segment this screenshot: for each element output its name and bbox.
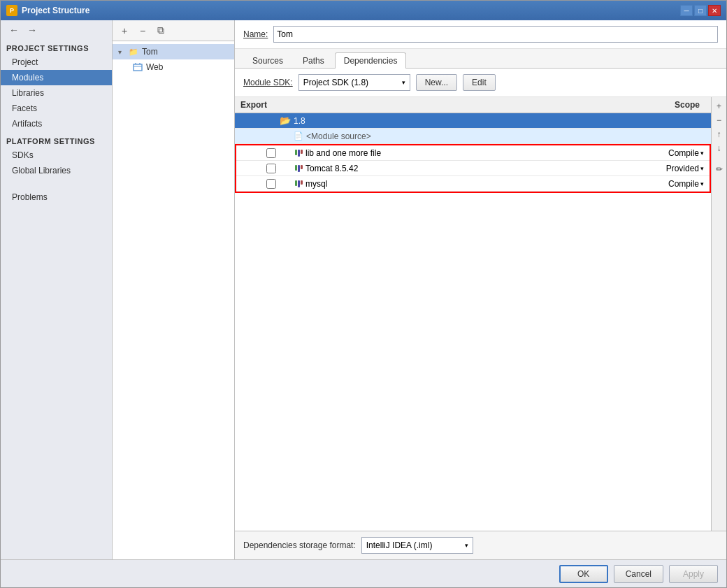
- window-controls: ─ □ ✕: [680, 5, 721, 16]
- chevron-down-icon: ▾: [118, 48, 127, 56]
- module-name-input[interactable]: [273, 26, 718, 43]
- sidebar-item-project[interactable]: Project: [1, 55, 112, 70]
- scope-dropdown-arrow[interactable]: ▾: [700, 150, 704, 157]
- mysql-row-label: mysql: [305, 179, 327, 189]
- scope-value: Compile: [668, 148, 699, 158]
- sdk-select-value: Project SDK (1.8): [303, 78, 399, 87]
- name-cell: 📄 <Module source>: [291, 130, 641, 143]
- folder-icon: 📂: [280, 115, 291, 126]
- tabs-row: Sources Paths Dependencies: [235, 49, 726, 69]
- back-button[interactable]: ←: [6, 23, 22, 37]
- folder-icon: 📁: [128, 46, 139, 57]
- restore-button[interactable]: □: [694, 5, 707, 16]
- title-bar: P Project Structure ─ □ ✕: [1, 1, 726, 20]
- scope-dropdown-arrow[interactable]: ▾: [700, 180, 704, 187]
- tab-dependencies[interactable]: Dependencies: [335, 52, 407, 69]
- cancel-button[interactable]: Cancel: [614, 565, 663, 583]
- storage-format-row: Dependencies storage format: IntelliJ ID…: [235, 531, 726, 559]
- module-tree-panel: + − ⧉ ▾ 📁 Tom: [113, 20, 235, 559]
- ok-button[interactable]: OK: [559, 565, 608, 583]
- chevron-down-icon: ▾: [402, 79, 405, 86]
- chevron-down-icon: ▾: [465, 542, 468, 549]
- nav-arrows-container: ← →: [1, 20, 112, 40]
- remove-module-button[interactable]: −: [135, 23, 150, 38]
- mysql-export-checkbox[interactable]: [266, 179, 276, 189]
- new-sdk-button[interactable]: New...: [416, 74, 457, 91]
- sidebar: ← → Project Settings Project Modules Lib…: [1, 20, 113, 559]
- sidebar-item-global-libraries[interactable]: Global Libraries: [1, 163, 112, 178]
- name-cell: 📂 1.8: [277, 114, 641, 127]
- name-cell: mysql: [292, 178, 640, 190]
- empty-table-space: [235, 193, 711, 473]
- library-icon: [295, 150, 303, 157]
- name-cell: Tomcat 8.5.42: [292, 162, 640, 175]
- sidebar-item-artifacts[interactable]: Artifacts: [1, 116, 112, 131]
- tree-item-web[interactable]: Web: [113, 59, 234, 75]
- export-cell: [250, 162, 292, 175]
- sidebar-item-problems[interactable]: Problems: [1, 189, 112, 205]
- sidebar-item-facets[interactable]: Facets: [1, 101, 112, 116]
- name-row: Name:: [235, 20, 726, 49]
- module-source-icon: 📄: [294, 131, 303, 141]
- content-area: ← → Project Settings Project Modules Lib…: [1, 20, 726, 559]
- sidebar-item-sdks[interactable]: SDKs: [1, 148, 112, 163]
- highlighted-dependencies: lib and one more file Compile ▾: [235, 144, 711, 193]
- tree-item-tom[interactable]: ▾ 📁 Tom: [113, 44, 234, 59]
- remove-dependency-button[interactable]: −: [713, 114, 726, 127]
- tab-paths[interactable]: Paths: [294, 52, 333, 69]
- table-row[interactable]: mysql Compile ▾: [236, 176, 710, 192]
- tree-toolbar: + − ⧉: [113, 20, 234, 41]
- table-row[interactable]: 📄 <Module source>: [235, 129, 711, 144]
- export-cell: [249, 135, 291, 138]
- export-cell: [250, 178, 292, 190]
- name-cell: lib and one more file: [292, 147, 640, 159]
- forward-button[interactable]: →: [24, 23, 40, 37]
- app-icon: P: [6, 5, 17, 16]
- footer: OK Cancel Apply: [1, 559, 726, 587]
- sidebar-item-libraries[interactable]: Libraries: [1, 85, 112, 101]
- side-toolbar: + − ↑ ↓ ✏: [711, 97, 726, 531]
- table-header: Export Scope: [235, 97, 711, 113]
- move-up-button[interactable]: ↑: [713, 128, 726, 141]
- tomcat-export-checkbox[interactable]: [266, 164, 276, 173]
- copy-module-button[interactable]: ⧉: [153, 23, 168, 38]
- export-cell: [250, 147, 292, 159]
- edit-sdk-button[interactable]: Edit: [463, 74, 496, 91]
- name-label: Name:: [243, 29, 268, 39]
- sidebar-item-modules[interactable]: Modules: [1, 70, 112, 85]
- storage-format-label: Dependencies storage format:: [243, 540, 356, 550]
- scope-cell: Compile ▾: [640, 148, 710, 158]
- minimize-button[interactable]: ─: [680, 5, 693, 16]
- scope-dropdown-arrow[interactable]: ▾: [700, 165, 704, 172]
- move-down-button[interactable]: ↓: [713, 142, 726, 155]
- platform-settings-header: Platform Settings: [1, 131, 112, 148]
- svg-rect-0: [134, 64, 142, 71]
- main-window: P Project Structure ─ □ ✕ ← → Project Se…: [0, 0, 727, 588]
- main-content-panel: Name: Sources Paths Dependencies Module …: [235, 20, 726, 559]
- scope-value: Compile: [668, 179, 699, 189]
- add-dependency-button[interactable]: +: [713, 100, 726, 113]
- table-row[interactable]: lib and one more file Compile ▾: [236, 145, 710, 161]
- library-icon: [295, 180, 303, 187]
- table-row[interactable]: 📂 1.8: [235, 113, 711, 129]
- add-module-button[interactable]: +: [117, 23, 132, 38]
- close-button[interactable]: ✕: [708, 5, 721, 16]
- lib-row-label: lib and one more file: [305, 148, 381, 158]
- scope-cell: Provided ▾: [640, 164, 710, 173]
- scope-cell: Compile ▾: [640, 179, 710, 189]
- scope-value: Provided: [666, 164, 699, 173]
- storage-format-value: IntelliJ IDEA (.iml): [366, 540, 465, 550]
- lib-export-checkbox[interactable]: [266, 148, 276, 158]
- tree-item-web-label: Web: [146, 62, 163, 72]
- tab-sources[interactable]: Sources: [243, 52, 292, 69]
- apply-button[interactable]: Apply: [669, 565, 718, 583]
- edit-dependency-button[interactable]: ✏: [713, 163, 726, 175]
- module-icon: [132, 62, 143, 73]
- window-title: Project Structure: [22, 6, 680, 15]
- project-settings-header: Project Settings: [1, 40, 112, 55]
- export-cell: [235, 120, 277, 122]
- table-row[interactable]: Tomcat 8.5.42 Provided ▾: [236, 161, 710, 176]
- sdk-select-dropdown[interactable]: Project SDK (1.8) ▾: [298, 74, 410, 91]
- storage-format-dropdown[interactable]: IntelliJ IDEA (.iml) ▾: [361, 537, 473, 554]
- module-sdk-label: Module SDK:: [243, 78, 293, 87]
